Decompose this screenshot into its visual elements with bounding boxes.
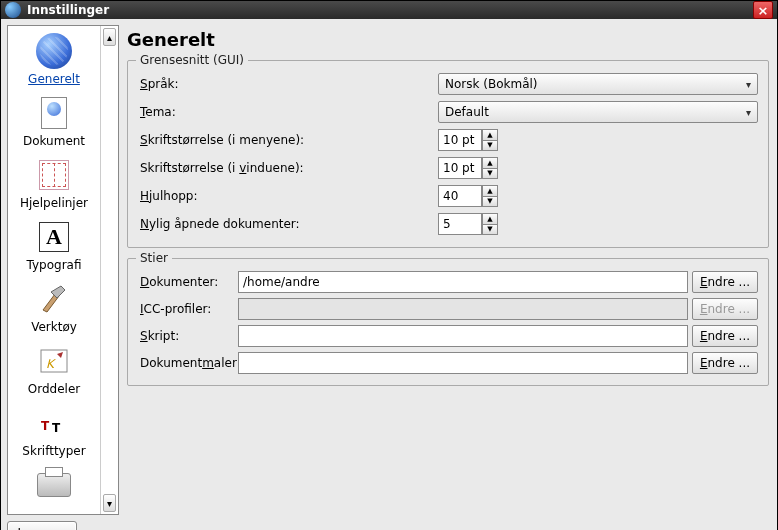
sidebar-item-label: Skrifttyper [22,444,85,458]
window-font-label: Skriftstørrelse (i vinduene): [138,161,438,175]
guides-icon [34,156,74,194]
spin-down-icon[interactable]: ▼ [482,140,498,152]
sidebar-item-label: Generelt [28,72,80,86]
sidebar-item-general[interactable]: Generelt [10,30,98,92]
theme-label: Tema: [138,105,438,119]
hammer-icon [34,280,74,318]
svg-text:T: T [52,421,61,435]
sidebar-item-label: Verktøy [31,320,77,334]
menu-font-label: Skriftstørrelse (i menyene): [138,133,438,147]
menu-font-input[interactable] [438,129,482,151]
templates-path-input[interactable] [238,352,688,374]
dialog-body: Generelt Dokument Hjelpelinjer [1,19,777,530]
wheel-spinner[interactable]: ▲▼ [438,185,498,207]
printer-icon [34,466,74,504]
wheel-label: Hjulhopp: [138,189,438,203]
icc-path-input [238,298,688,320]
recent-spinner[interactable]: ▲▼ [438,213,498,235]
sidebar-item-label: Hjelpelinjer [20,196,88,210]
wheel-input[interactable] [438,185,482,207]
gui-legend: Grensesnitt (GUI) [136,53,248,67]
spin-up-icon[interactable]: ▲ [482,129,498,140]
menu-font-spinner[interactable]: ▲▼ [438,129,498,151]
recent-label: Nylig åpnede dokumenter: [138,217,438,231]
sidebar-item-fonts[interactable]: TT Skrifttyper [10,402,98,464]
sidebar-item-typography[interactable]: A Typografi [10,216,98,278]
svg-rect-2 [41,350,67,372]
language-combo[interactable]: Norsk (Bokmål) [438,73,758,95]
close-button[interactable]: × [753,1,773,19]
sidebar-item-document[interactable]: Dokument [10,92,98,154]
settings-window: Innstillinger × Generelt Dokument [0,0,778,530]
scripts-path-label: Skript: [138,329,238,343]
hyphenation-icon: K [34,342,74,380]
sidebar-item-printer[interactable] [10,464,98,510]
spin-down-icon[interactable]: ▼ [482,196,498,208]
language-label: Språk: [138,77,438,91]
icc-change-button: Endre ... [692,298,758,320]
spin-up-icon[interactable]: ▲ [482,185,498,196]
spin-down-icon[interactable]: ▼ [482,168,498,180]
templates-change-button[interactable]: Endre ... [692,352,758,374]
typography-icon: A [34,218,74,256]
paths-groupbox: Stier Dokumenter: Endre ... ICC-profiler… [127,258,769,386]
docs-path-label: Dokumenter: [138,275,238,289]
gui-groupbox: Grensesnitt (GUI) Språk: Norsk (Bokmål) … [127,60,769,248]
fonts-icon: TT [34,404,74,442]
scripts-change-button[interactable]: Endre ... [692,325,758,347]
save-defaults-button[interactable]: Lagre ... [7,521,77,530]
window-font-input[interactable] [438,157,482,179]
scripts-path-input[interactable] [238,325,688,347]
sidebar-item-label: Typografi [27,258,82,272]
sidebar-item-label: Orddeler [28,382,80,396]
spin-up-icon[interactable]: ▲ [482,213,498,224]
category-sidebar: Generelt Dokument Hjelpelinjer [7,25,119,515]
document-icon [34,94,74,132]
docs-path-input[interactable] [238,271,688,293]
recent-input[interactable] [438,213,482,235]
window-title: Innstillinger [27,3,753,17]
app-icon [5,2,21,18]
sidebar-scroll-down[interactable]: ▾ [103,494,116,512]
sidebar-item-tools[interactable]: Verktøy [10,278,98,340]
sidebar-scrollbar: ▴ ▾ [100,26,118,514]
spin-down-icon[interactable]: ▼ [482,224,498,236]
docs-change-button[interactable]: Endre ... [692,271,758,293]
window-font-spinner[interactable]: ▲▼ [438,157,498,179]
globe-icon [34,32,74,70]
sidebar-scroll-up[interactable]: ▴ [103,28,116,46]
titlebar[interactable]: Innstillinger × [1,1,777,19]
templates-path-label: Dokumentmaler: [138,356,238,370]
sidebar-item-guides[interactable]: Hjelpelinjer [10,154,98,216]
icc-path-label: ICC-profiler: [138,302,238,316]
theme-combo[interactable]: Default [438,101,758,123]
sidebar-item-hyphenation[interactable]: K Orddeler [10,340,98,402]
spin-up-icon[interactable]: ▲ [482,157,498,168]
svg-text:T: T [41,419,50,433]
sidebar-item-label: Dokument [23,134,85,148]
paths-legend: Stier [136,251,172,265]
